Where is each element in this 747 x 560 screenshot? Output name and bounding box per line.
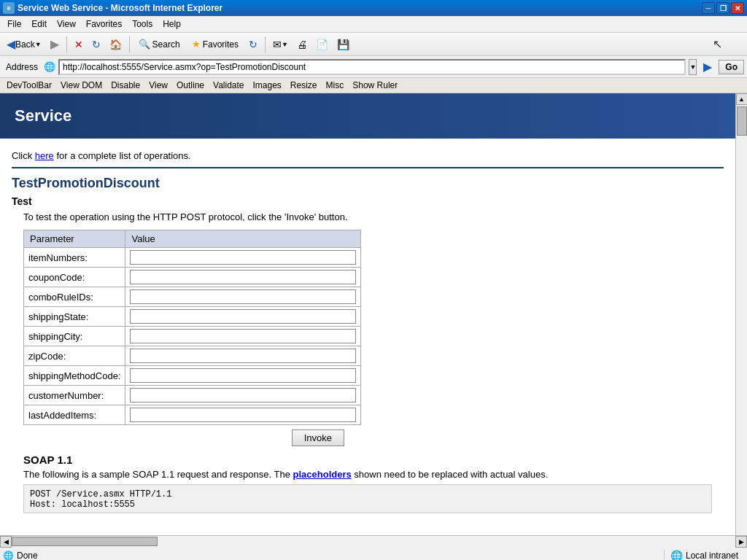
value-col-header: Value <box>125 230 361 248</box>
zone-icon: 🌐 <box>670 550 683 561</box>
dev-misc[interactable]: Misc <box>322 79 348 91</box>
table-row: customerNumber: <box>24 386 361 405</box>
param-value-cell[interactable] <box>125 346 361 366</box>
param-input-3[interactable] <box>130 309 356 324</box>
dev-showruler[interactable]: Show Ruler <box>349 79 401 91</box>
service-title: Service <box>15 106 71 125</box>
intro-text-before: Click <box>12 150 35 161</box>
menu-favorites[interactable]: Favorites <box>82 18 126 31</box>
dev-toolbar: DevToolBar View DOM Disable View Outline… <box>0 78 747 93</box>
scroll-thumb[interactable] <box>737 106 747 136</box>
close-button[interactable]: ✕ <box>731 2 744 14</box>
service-header-banner: Service <box>0 93 735 139</box>
refresh-button[interactable]: ↻ <box>88 36 104 52</box>
param-input-5[interactable] <box>130 349 356 363</box>
dev-outline[interactable]: Outline <box>173 79 208 91</box>
app-icon: e <box>3 2 15 14</box>
go-button[interactable]: Go <box>719 60 744 74</box>
home-button[interactable]: 🏠 <box>106 36 125 52</box>
menu-file[interactable]: File <box>3 18 26 31</box>
separator-2 <box>129 36 130 52</box>
table-row: shippingMethodCode: <box>24 366 361 386</box>
menu-edit[interactable]: Edit <box>27 18 51 31</box>
back-button[interactable]: ◀ Back ▼ <box>3 35 45 53</box>
param-value-cell[interactable] <box>125 268 361 287</box>
soap-desc-before: The following is a sample SOAP 1.1 reque… <box>23 469 293 480</box>
soap-code-text: POST /Service.asmx HTTP/1.1 <box>30 489 171 499</box>
scroll-up-button[interactable]: ▲ <box>736 93 748 105</box>
param-value-cell[interactable] <box>125 327 361 346</box>
table-row: shippingCity: <box>24 327 361 346</box>
address-forward-button[interactable]: ▶ <box>700 58 716 76</box>
dev-devtoolbar[interactable]: DevToolBar <box>3 79 55 91</box>
mail-icon: ✉ <box>273 39 282 50</box>
print-button[interactable]: 🖨 <box>293 36 311 52</box>
stop-button[interactable]: ✕ <box>71 36 87 52</box>
horizontal-scrollbar[interactable]: ◀ ▶ <box>0 535 747 547</box>
param-input-1[interactable] <box>130 270 356 284</box>
cursor-icon: ↖ <box>713 37 722 51</box>
address-label: Address <box>3 62 41 72</box>
param-value-cell[interactable] <box>125 405 361 425</box>
table-row: zipCode: <box>24 346 361 366</box>
hscroll-left-button[interactable]: ◀ <box>0 536 12 548</box>
param-value-cell[interactable] <box>125 248 361 268</box>
edit-icon: 📄 <box>316 39 328 50</box>
zone-label: Local intranet <box>686 551 738 561</box>
here-link[interactable]: here <box>35 150 54 161</box>
dev-validate[interactable]: Validate <box>209 79 247 91</box>
invoke-button[interactable]: Invoke <box>292 429 344 446</box>
separator-1 <box>66 36 67 52</box>
restore-button[interactable]: ❐ <box>716 2 729 14</box>
menu-help[interactable]: Help <box>158 18 185 31</box>
param-value-cell[interactable] <box>125 307 361 327</box>
menu-tools[interactable]: Tools <box>128 18 157 31</box>
hscroll-thumb[interactable] <box>12 537 158 546</box>
soap-code-line2: Host: localhost:5555 <box>30 499 135 510</box>
param-input-8[interactable] <box>130 408 356 422</box>
param-input-4[interactable] <box>130 329 356 343</box>
dev-disable[interactable]: Disable <box>107 79 144 91</box>
dev-resize[interactable]: Resize <box>287 79 321 91</box>
param-label: itemNumbers: <box>24 248 125 268</box>
save-button[interactable]: 💾 <box>333 36 353 52</box>
mail-dropdown-icon[interactable]: ▼ <box>282 41 288 48</box>
table-row: shippingState: <box>24 307 361 327</box>
param-input-2[interactable] <box>130 289 356 304</box>
back-dropdown-icon[interactable]: ▼ <box>35 41 42 48</box>
search-button[interactable]: 🔍 Search <box>133 36 185 52</box>
param-value-cell[interactable] <box>125 386 361 405</box>
placeholders-link[interactable]: placeholders <box>293 469 352 480</box>
refresh2-button[interactable]: ↻ <box>245 36 261 52</box>
edit-button[interactable]: 📄 <box>312 36 332 52</box>
dev-view[interactable]: View <box>145 79 171 91</box>
dev-images[interactable]: Images <box>249 79 285 91</box>
param-label: couponCode: <box>24 268 125 287</box>
status-icon: 🌐 <box>3 551 14 561</box>
hscroll-track[interactable] <box>12 536 735 548</box>
param-input-0[interactable] <box>130 250 356 265</box>
page-body: Click here for a complete list of operat… <box>0 139 735 526</box>
menu-view[interactable]: View <box>53 18 80 31</box>
minimize-button[interactable]: ─ <box>702 2 715 14</box>
mail-button[interactable]: ✉ ▼ <box>269 36 292 52</box>
param-value-cell[interactable] <box>125 366 361 386</box>
favorites-button[interactable]: ★ Favorites <box>187 36 244 52</box>
window-controls[interactable]: ─ ❐ ✕ <box>702 2 744 14</box>
param-value-cell[interactable] <box>125 287 361 307</box>
param-label: shippingMethodCode: <box>24 366 125 386</box>
param-label: shippingCity: <box>24 327 125 346</box>
parameter-table: Parameter Value itemNumbers:couponCode:c… <box>23 230 361 425</box>
table-row: lastAddedItems: <box>24 405 361 425</box>
address-dropdown-button[interactable]: ▼ <box>689 59 697 75</box>
soap-desc-after: shown need to be replaced with actual va… <box>352 469 549 480</box>
param-input-7[interactable] <box>130 388 356 402</box>
address-input[interactable] <box>58 59 686 75</box>
separator-3 <box>265 36 266 52</box>
vertical-scrollbar[interactable]: ▲ <box>735 93 747 535</box>
hscroll-right-button[interactable]: ▶ <box>735 536 747 548</box>
dev-viewdom[interactable]: View DOM <box>57 79 106 91</box>
forward-button[interactable]: ▶ <box>47 35 63 53</box>
intro-text-after: for a complete list of operations. <box>54 150 191 161</box>
param-input-6[interactable] <box>130 368 356 383</box>
